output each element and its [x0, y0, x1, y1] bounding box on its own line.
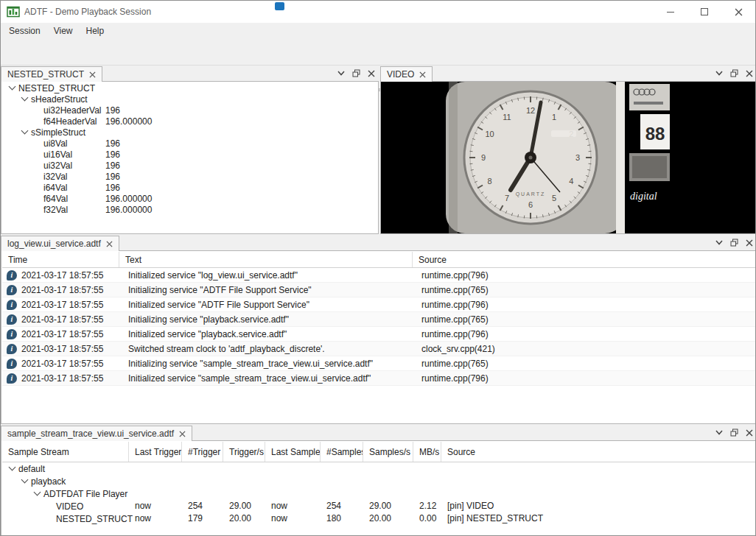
log-row[interactable]: i2021-03-17 18:57:55Switched stream cloc…: [2, 342, 755, 356]
panel-close-icon[interactable]: [746, 429, 753, 437]
column-header[interactable]: Last Sample: [265, 442, 321, 462]
chevron-down-icon[interactable]: [7, 82, 18, 94]
tree-row[interactable]: f32Val196.000000: [2, 204, 377, 215]
video-clock-image: 123456789101112 QUARTZ: [381, 82, 756, 233]
trace-cell: 0.00: [419, 512, 436, 525]
column-header[interactable]: Last Trigger: [129, 442, 182, 462]
tab-nested-struct[interactable]: NESTED_STRUCT: [1, 66, 102, 82]
column-header[interactable]: Samples/s: [363, 442, 413, 462]
chevron-down-icon[interactable]: [19, 476, 31, 487]
trace-cell: now: [135, 500, 151, 512]
tree-node-value: 196: [105, 149, 120, 160]
tree-node-label: playback: [31, 476, 66, 487]
tab-close-icon[interactable]: [419, 71, 426, 78]
log-row[interactable]: i2021-03-17 18:57:55Initializing service…: [2, 312, 755, 327]
chevron-spacer: [32, 116, 43, 127]
tree-row[interactable]: sSimpleStruct: [2, 127, 377, 138]
tree-row[interactable]: ui16Val196: [2, 149, 377, 160]
maximize-icon: [701, 8, 708, 15]
log-row[interactable]: i2021-03-17 18:57:55Initializing service…: [2, 283, 755, 297]
column-header[interactable]: Time: [2, 252, 119, 267]
tab-close-icon[interactable]: [179, 431, 186, 437]
tree-row[interactable]: f64HeaderVal196.000000: [2, 116, 377, 127]
menu-help[interactable]: Help: [80, 24, 111, 38]
close-button[interactable]: [721, 1, 755, 23]
log-time: 2021-03-17 18:57:55: [21, 312, 103, 327]
column-header[interactable]: Sample Stream: [2, 442, 129, 462]
tab-video[interactable]: VIDEO: [380, 66, 433, 82]
tab-close-icon[interactable]: [89, 71, 96, 78]
svg-text:3: 3: [575, 153, 580, 162]
panel-close-icon[interactable]: [746, 70, 753, 77]
tree-row[interactable]: playback: [2, 475, 755, 487]
panel-close-icon[interactable]: [368, 70, 375, 77]
column-header[interactable]: MB/s: [413, 442, 441, 462]
log-content: TimeTextSource i2021-03-17 18:57:55Initi…: [1, 250, 756, 424]
column-header[interactable]: #Trigger: [182, 442, 223, 462]
chevron-down-icon[interactable]: [32, 488, 43, 499]
tree-row[interactable]: NESTED_STRUCTnow17920.00now18020.000.00[…: [2, 512, 755, 525]
tree-node-label: f32Val: [43, 205, 68, 215]
chevron-down-icon[interactable]: [19, 94, 31, 105]
chevron-down-icon[interactable]: [19, 127, 31, 138]
log-text: Initialized service "log_view.ui_service…: [128, 268, 298, 283]
log-row[interactable]: i2021-03-17 18:57:55Initialized service …: [2, 297, 755, 312]
tree-row[interactable]: ADTFDAT File Player: [2, 487, 755, 500]
chevron-down-icon[interactable]: [7, 463, 18, 474]
panel-menu-icon[interactable]: [715, 430, 723, 435]
menu-view[interactable]: View: [47, 24, 80, 38]
video-tabbar: VIDEO: [380, 66, 756, 82]
log-text: Initializing service "playback.service.a…: [128, 312, 289, 327]
tree-row[interactable]: NESTED_STRUCT: [2, 82, 377, 94]
column-header[interactable]: Source: [441, 442, 756, 462]
tree-row[interactable]: default: [2, 462, 755, 475]
tree-row[interactable]: ui32HeaderVal196: [2, 105, 377, 116]
tree-row[interactable]: i64Val196: [2, 182, 377, 193]
clock-highlight-strip: [616, 82, 625, 233]
caption-text: digital: [630, 191, 657, 202]
chevron-spacer: [32, 160, 43, 171]
tab-trace[interactable]: sample_stream_trace_view.ui_service.adtf: [1, 426, 192, 441]
tab-log[interactable]: log_view.ui_service.adtf: [1, 236, 119, 251]
tree-row[interactable]: ui8Val196: [2, 138, 377, 149]
column-header[interactable]: Source: [413, 252, 756, 267]
column-header[interactable]: Text: [119, 252, 413, 267]
log-time: 2021-03-17 18:57:55: [21, 283, 103, 297]
panel-menu-icon[interactable]: [337, 71, 345, 76]
log-row[interactable]: i2021-03-17 18:57:55Initialized service …: [2, 371, 755, 386]
toolbar: 1,00x 00:00:09:765: [1, 39, 755, 66]
column-header[interactable]: #Samples: [321, 442, 363, 462]
float-panel-icon[interactable]: [730, 429, 738, 437]
panel-menu-icon[interactable]: [715, 240, 723, 245]
float-panel-icon[interactable]: [730, 239, 738, 247]
tab-label: log_view.ui_service.adtf: [7, 239, 101, 249]
maximize-button[interactable]: [687, 1, 721, 23]
float-panel-icon[interactable]: [352, 69, 360, 77]
tree-node-label: sHeaderStruct: [31, 94, 88, 105]
tree-node-value: 196.000000: [105, 194, 152, 204]
tree-node-value: 196.000000: [105, 205, 152, 215]
tree-node-value: 196: [105, 172, 120, 182]
panel-nested-struct: NESTED_STRUCT NESTED_STRUCTsHeaderStruct…: [1, 66, 379, 234]
menu-bar: SessionViewHelp: [1, 23, 755, 39]
tree-row[interactable]: ui32Val196: [2, 160, 377, 171]
log-row[interactable]: i2021-03-17 18:57:55Initializing service…: [2, 356, 755, 371]
panel-close-icon[interactable]: [746, 239, 753, 247]
minimize-button[interactable]: [654, 1, 687, 23]
tree-row[interactable]: VIDEOnow25429.00now25429.002.12[pin] VID…: [2, 500, 755, 512]
log-row[interactable]: i2021-03-17 18:57:55Initialized service …: [2, 327, 755, 342]
clock-brand-text: QUARTZ: [516, 191, 546, 197]
tree-row[interactable]: f64Val196.000000: [2, 193, 377, 204]
tree-row[interactable]: sHeaderStruct: [2, 94, 377, 105]
panel-menu-icon[interactable]: [715, 71, 723, 76]
chevron-spacer: [32, 193, 43, 204]
log-row[interactable]: i2021-03-17 18:57:55Initialized service …: [2, 268, 755, 283]
log-source: runtime.cpp(765): [421, 356, 489, 371]
log-text: Switched stream clock to 'adtf_playback_…: [128, 342, 325, 356]
column-header[interactable]: Trigger/s: [223, 442, 265, 462]
panel-trace: sample_stream_trace_view.ui_service.adtf…: [1, 425, 756, 536]
tree-row[interactable]: i32Val196: [2, 171, 377, 182]
float-panel-icon[interactable]: [730, 69, 738, 77]
tab-close-icon[interactable]: [106, 241, 113, 247]
menu-session[interactable]: Session: [2, 24, 47, 38]
